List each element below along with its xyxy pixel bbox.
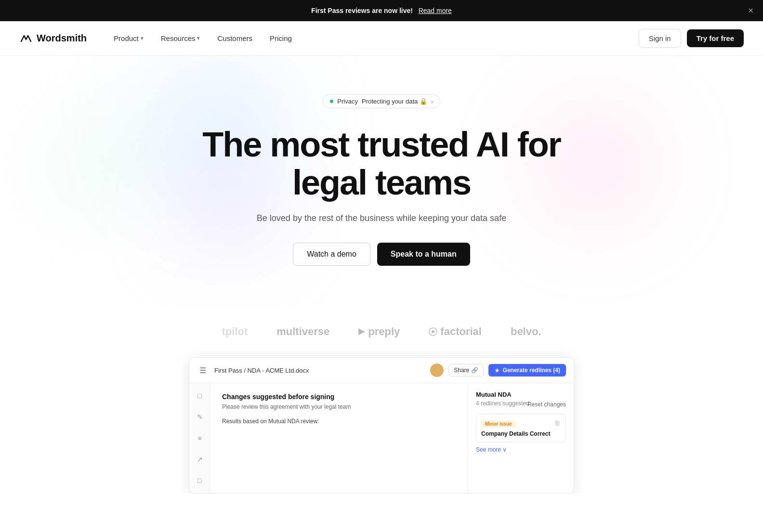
privacy-dot-icon bbox=[330, 100, 333, 103]
announcement-banner: First Pass reviews are now live! Read mo… bbox=[0, 0, 763, 21]
logo-text: Wordsmith bbox=[37, 33, 87, 44]
factorial-logo-icon bbox=[429, 327, 437, 336]
issue-badge: Minor issue bbox=[481, 420, 516, 428]
generate-redlines-button[interactable]: Generate redlines (4) bbox=[488, 364, 566, 376]
app-left-sidebar: □ ✎ ≡ ↗ □ bbox=[189, 383, 210, 493]
privacy-description: Protecting your data 🔒 bbox=[362, 98, 427, 105]
svg-point-2 bbox=[432, 330, 434, 333]
logo-trustpilot: tpilot bbox=[222, 325, 248, 338]
banner-text: First Pass reviews are now live! Read mo… bbox=[311, 7, 452, 14]
try-free-button[interactable]: Try for free bbox=[687, 29, 744, 47]
sparkle-icon bbox=[494, 367, 500, 373]
logo-multiverse: multiverse bbox=[276, 325, 329, 338]
hero-section: Privacy Protecting your data 🔒 › The mos… bbox=[0, 56, 763, 306]
issue-card: Minor issue 🗑 Company Details Correct bbox=[476, 414, 566, 442]
product-chevron-icon: ▾ bbox=[141, 35, 144, 41]
nav-product[interactable]: Product ▾ bbox=[106, 30, 151, 46]
app-right-panel: Mutual NDA 4 redlines suggested Reset ch… bbox=[468, 383, 574, 493]
logo-factorial: factorial bbox=[429, 325, 482, 338]
app-body: □ ✎ ≡ ↗ □ Changes suggested before signi… bbox=[189, 383, 574, 493]
hero-buttons: Watch a demo Speak to a human bbox=[10, 243, 753, 266]
issue-title: Company Details Correct bbox=[481, 430, 561, 437]
app-main-subtitle: Please review this agreement with your l… bbox=[222, 403, 456, 410]
preply-logo-icon bbox=[358, 328, 365, 335]
see-more-link[interactable]: See more ∨ bbox=[476, 446, 566, 453]
wordsmith-logo-icon bbox=[19, 32, 33, 45]
issue-delete-button[interactable]: 🗑 bbox=[554, 419, 561, 427]
watch-demo-button[interactable]: Watch a demo bbox=[293, 243, 370, 266]
sidebar-icon-list[interactable]: ≡ bbox=[193, 431, 207, 445]
svg-marker-0 bbox=[358, 328, 365, 335]
logo[interactable]: Wordsmith bbox=[19, 32, 87, 45]
results-label: Results based on Mutual NDA review: bbox=[222, 418, 456, 425]
resources-chevron-icon: ▾ bbox=[197, 35, 200, 41]
nav-pricing[interactable]: Pricing bbox=[262, 30, 300, 46]
app-main-content: Changes suggested before signing Please … bbox=[210, 383, 468, 493]
logo-belvo: belvo. bbox=[511, 325, 541, 338]
share-button[interactable]: Share 🔗 bbox=[448, 364, 483, 376]
sidebar-icon-edit[interactable]: ✎ bbox=[193, 410, 207, 424]
avatar bbox=[430, 363, 444, 377]
speak-to-human-button[interactable]: Speak to a human bbox=[377, 243, 470, 266]
banner-read-more-link[interactable]: Read more bbox=[419, 7, 452, 14]
sidebar-icon-export[interactable]: ↗ bbox=[193, 453, 207, 466]
breadcrumb: First Pass / NDA - ACME Ltd.docx bbox=[214, 367, 424, 374]
privacy-label: Privacy bbox=[337, 98, 358, 105]
nav-links: Product ▾ Resources ▾ Customers Pricing bbox=[106, 30, 639, 46]
app-screenshot: ☰ First Pass / NDA - ACME Ltd.docx Share… bbox=[189, 357, 574, 493]
panel-title: Mutual NDA bbox=[476, 391, 566, 398]
navbar: Wordsmith Product ▾ Resources ▾ Customer… bbox=[0, 21, 763, 56]
privacy-badge[interactable]: Privacy Protecting your data 🔒 › bbox=[323, 94, 440, 108]
nav-resources[interactable]: Resources ▾ bbox=[153, 30, 208, 46]
app-topbar: ☰ First Pass / NDA - ACME Ltd.docx Share… bbox=[189, 358, 574, 383]
nav-customers[interactable]: Customers bbox=[210, 30, 260, 46]
app-main-title: Changes suggested before signing bbox=[222, 393, 456, 401]
banner-close-button[interactable]: × bbox=[748, 6, 753, 15]
nav-actions: Sign in Try for free bbox=[639, 29, 744, 48]
hero-title: The most trusted AI for legal teams bbox=[10, 126, 753, 202]
hero-content: Privacy Protecting your data 🔒 › The mos… bbox=[10, 94, 753, 266]
logos-section: tpilot multiverse preply factorial belvo… bbox=[0, 306, 763, 348]
logo-preply: preply bbox=[358, 325, 400, 338]
privacy-badge-chevron-icon: › bbox=[431, 99, 433, 104]
sidebar-icon-document[interactable]: □ bbox=[193, 389, 207, 402]
sign-in-button[interactable]: Sign in bbox=[639, 29, 681, 48]
hero-subtitle: Be loved by the rest of the business whi… bbox=[10, 213, 753, 223]
sidebar-icon-copy[interactable]: □ bbox=[193, 474, 207, 487]
app-topbar-actions: Share 🔗 Generate redlines (4) bbox=[430, 363, 566, 377]
app-sidebar-toggle-icon[interactable]: ☰ bbox=[197, 364, 209, 376]
